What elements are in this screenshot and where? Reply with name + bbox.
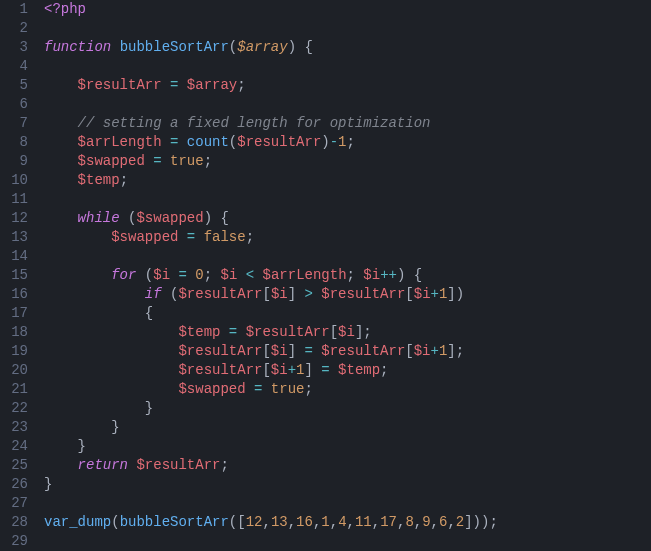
var-i: $i — [271, 343, 288, 359]
var-i: $i — [271, 362, 288, 378]
array-num: 4 — [338, 514, 346, 530]
var-i: $i — [271, 286, 288, 302]
var-resultarr: $resultArr — [178, 362, 262, 378]
array-num: 2 — [456, 514, 464, 530]
var-arrlength: $arrLength — [263, 267, 347, 283]
array-num: 1 — [321, 514, 329, 530]
var-resultarr: $resultArr — [178, 286, 262, 302]
var-swapped: $swapped — [178, 381, 245, 397]
bool-false: false — [204, 229, 246, 245]
keyword-function: function — [44, 39, 111, 55]
array-num: 12 — [246, 514, 263, 530]
bool-true: true — [170, 153, 204, 169]
var-swapped: $swapped — [78, 153, 145, 169]
var-resultarr: $resultArr — [78, 77, 162, 93]
var-i: $i — [414, 343, 431, 359]
var-temp: $temp — [178, 324, 220, 340]
array-num: 17 — [380, 514, 397, 530]
num-0: 0 — [195, 267, 203, 283]
line-number-gutter: 1234567891011121314151617181920212223242… — [0, 0, 38, 551]
var-resultarr: $resultArr — [321, 343, 405, 359]
code-editor[interactable]: 1234567891011121314151617181920212223242… — [0, 0, 651, 551]
var-resultarr: $resultArr — [136, 457, 220, 473]
var-swapped: $swapped — [111, 229, 178, 245]
var-resultarr: $resultArr — [321, 286, 405, 302]
var-temp: $temp — [78, 172, 120, 188]
php-open-tag: <?php — [44, 1, 86, 17]
cond-swapped: $swapped — [136, 210, 203, 226]
array-num: 9 — [422, 514, 430, 530]
param-array: $array — [237, 39, 287, 55]
comment: // setting a fixed length for optimizati… — [78, 115, 431, 131]
var-arrlength: $arrLength — [78, 134, 162, 150]
array-num: 16 — [296, 514, 313, 530]
bool-true: true — [271, 381, 305, 397]
var-array: $array — [187, 77, 237, 93]
function-name: bubbleSortArr — [120, 39, 229, 55]
array-num: 8 — [405, 514, 413, 530]
num-1: 1 — [338, 134, 346, 150]
keyword-for: for — [111, 267, 136, 283]
var-i: $i — [338, 324, 355, 340]
code-area[interactable]: <?phpfunction bubbleSortArr($array) { $r… — [38, 0, 504, 551]
var-temp: $temp — [338, 362, 380, 378]
call-bubblesortarr: bubbleSortArr — [120, 514, 229, 530]
keyword-return: return — [78, 457, 128, 473]
var-resultarr: $resultArr — [178, 343, 262, 359]
array-num: 13 — [271, 514, 288, 530]
call-count: count — [187, 134, 229, 150]
array-num: 11 — [355, 514, 372, 530]
arg-resultarr: $resultArr — [237, 134, 321, 150]
var-i: $i — [363, 267, 380, 283]
call-vardump: var_dump — [44, 514, 111, 530]
var-resultarr: $resultArr — [246, 324, 330, 340]
keyword-while: while — [78, 210, 120, 226]
keyword-if: if — [145, 286, 162, 302]
var-i: $i — [414, 286, 431, 302]
var-i: $i — [221, 267, 238, 283]
var-i: $i — [153, 267, 170, 283]
